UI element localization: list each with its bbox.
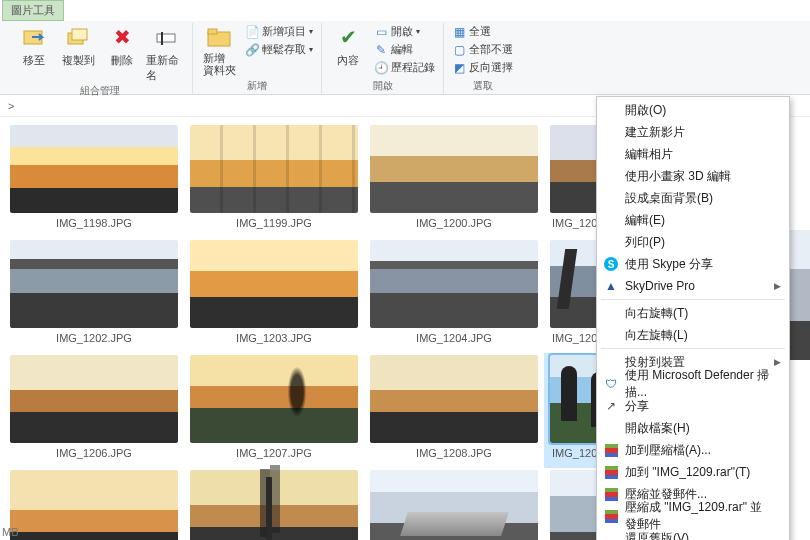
thumbnail-image [370, 470, 538, 540]
context-item-label: 分享 [625, 398, 649, 415]
context-item-label: 列印(P) [625, 234, 665, 251]
context-item-label: 使用小畫家 3D 編輯 [625, 168, 731, 185]
status-text: MB [2, 526, 19, 538]
context-item[interactable]: 加到壓縮檔(A)... [597, 439, 789, 461]
context-item[interactable]: 壓縮成 "IMG_1209.rar" 並發郵件 [597, 505, 789, 527]
context-item[interactable]: ↗分享 [597, 395, 789, 417]
thumbnail-image [10, 355, 178, 443]
thumbnail-IMG_1203[interactable]: IMG_1203.JPG [184, 238, 364, 353]
context-item[interactable]: 編輯(E) [597, 209, 789, 231]
svg-rect-6 [208, 29, 217, 34]
open-button[interactable]: ▭開啟 ▾ [372, 23, 437, 40]
context-item[interactable]: 向左旋轉(L) [597, 324, 789, 346]
thumbnail-image [10, 470, 178, 540]
open-icon: ▭ [374, 25, 388, 39]
context-item[interactable]: 列印(P) [597, 231, 789, 253]
rar-icon [603, 464, 619, 480]
thumbnail-caption: IMG_1206.JPG [10, 447, 178, 459]
easy-access-button[interactable]: 🔗輕鬆存取 ▾ [243, 41, 315, 58]
context-item-label: 加到壓縮檔(A)... [625, 442, 711, 459]
context-item-label: 編輯相片 [625, 146, 673, 163]
folder-icon [205, 23, 233, 51]
invert-selection-button[interactable]: ◩反向選擇 [450, 59, 515, 76]
thumbnail-IMG_1200[interactable]: IMG_1200.JPG [364, 123, 544, 238]
thumbnail-image [190, 470, 358, 540]
thumbnail-IMG_1204[interactable]: IMG_1204.JPG [364, 238, 544, 353]
ribbon: 移至 複製到 ✖ 刪除 重新命名 組合管理 新增 資料夾 📄新增項 [0, 21, 810, 95]
context-item-label: 還原舊版(V) [625, 530, 689, 541]
invert-icon: ◩ [452, 61, 466, 75]
svg-rect-2 [72, 29, 87, 40]
thumbnail-IMG_1199[interactable]: IMG_1199.JPG [184, 123, 364, 238]
breadcrumb-sep[interactable]: > [8, 100, 14, 112]
context-item[interactable]: 加到 "IMG_1209.rar"(T) [597, 461, 789, 483]
copy-to-icon [64, 23, 92, 51]
context-item[interactable]: 使用小畫家 3D 編輯 [597, 165, 789, 187]
history-icon: 🕘 [374, 61, 388, 75]
rar-icon [603, 508, 619, 524]
thumbnail-IMG_1198[interactable]: IMG_1198.JPG [4, 123, 184, 238]
thumbnail-IMG_1208[interactable]: IMG_1208.JPG [364, 353, 544, 468]
context-separator [601, 348, 785, 349]
submenu-arrow-icon: ▶ [774, 281, 781, 291]
select-none-button[interactable]: ▢全部不選 [450, 41, 515, 58]
thumbnail-caption: IMG_1200.JPG [370, 217, 538, 229]
thumbnail-image [190, 240, 358, 328]
context-item[interactable]: 開啟(O) [597, 99, 789, 121]
move-to-button[interactable]: 移至 [14, 23, 54, 68]
select-all-button[interactable]: ▦全選 [450, 23, 515, 40]
thumbnail-image [370, 125, 538, 213]
ribbon-group-new: 新增 資料夾 📄新增項目 ▾ 🔗輕鬆存取 ▾ 新增 [193, 23, 322, 94]
context-separator [601, 299, 785, 300]
copy-to-button[interactable]: 複製到 [58, 23, 98, 68]
context-item[interactable]: 🛡使用 Microsoft Defender 掃描... [597, 373, 789, 395]
thumbnail-caption: IMG_1198.JPG [10, 217, 178, 229]
new-folder-button[interactable]: 新增 資料夾 [199, 23, 239, 76]
context-item-label: 開啟(O) [625, 102, 666, 119]
thumbnail-image [190, 355, 358, 443]
context-item[interactable]: 編輯相片 [597, 143, 789, 165]
thumbnail-image [190, 125, 358, 213]
thumbnail-caption: IMG_1203.JPG [190, 332, 358, 344]
context-item[interactable]: 向右旋轉(T) [597, 302, 789, 324]
thumbnail-caption: IMG_1202.JPG [10, 332, 178, 344]
thumbnail-IMG_1207[interactable]: IMG_1207.JPG [184, 353, 364, 468]
thumbnail-caption: IMG_1199.JPG [190, 217, 358, 229]
context-item-label: 建立新影片 [625, 124, 685, 141]
properties-button[interactable]: ✔ 內容 [328, 23, 368, 68]
history-button[interactable]: 🕘歷程記錄 [372, 59, 437, 76]
context-item[interactable]: S使用 Skype 分享 [597, 253, 789, 275]
context-item[interactable]: ▲SkyDrive Pro▶ [597, 275, 789, 297]
svg-rect-3 [157, 34, 175, 42]
context-menu: 開啟(O)建立新影片編輯相片使用小畫家 3D 編輯設成桌面背景(B)編輯(E)列… [596, 96, 790, 540]
thumbnail-IMG_1211[interactable]: IMG_1211.JPG [184, 468, 364, 540]
share-icon: ↗ [603, 398, 619, 414]
context-item[interactable]: 建立新影片 [597, 121, 789, 143]
thumbnail-IMG_1202[interactable]: IMG_1202.JPG [4, 238, 184, 353]
move-to-icon [20, 23, 48, 51]
edit-button[interactable]: ✎編輯 [372, 41, 437, 58]
thumbnail-IMG_1210[interactable]: IMG_1210.JPG [4, 468, 184, 540]
select-all-icon: ▦ [452, 25, 466, 39]
easy-access-icon: 🔗 [245, 43, 259, 57]
context-item-label: SkyDrive Pro [625, 279, 695, 293]
thumbnail-IMG_1212[interactable]: IMG_1212.JPG [364, 468, 544, 540]
delete-button[interactable]: ✖ 刪除 [102, 23, 142, 68]
ribbon-group-organize: 移至 複製到 ✖ 刪除 重新命名 組合管理 [8, 23, 193, 94]
thumbnail-image [10, 125, 178, 213]
select-none-icon: ▢ [452, 43, 466, 57]
thumbnail-caption: IMG_1204.JPG [370, 332, 538, 344]
shield-icon: 🛡 [603, 376, 619, 392]
thumbnail-IMG_1206[interactable]: IMG_1206.JPG [4, 353, 184, 468]
new-item-button[interactable]: 📄新增項目 ▾ [243, 23, 315, 40]
title-tab: 圖片工具 [2, 0, 64, 21]
new-item-icon: 📄 [245, 25, 259, 39]
context-item[interactable]: 開啟檔案(H) [597, 417, 789, 439]
rename-button[interactable]: 重新命名 [146, 23, 186, 83]
context-item-label: 編輯(E) [625, 212, 665, 229]
rar-icon [603, 486, 619, 502]
context-item[interactable]: 設成桌面背景(B) [597, 187, 789, 209]
ribbon-group-select: ▦全選 ▢全部不選 ◩反向選擇 選取 [444, 23, 521, 94]
thumbnail-image [370, 240, 538, 328]
context-item[interactable]: 還原舊版(V) [597, 527, 789, 540]
